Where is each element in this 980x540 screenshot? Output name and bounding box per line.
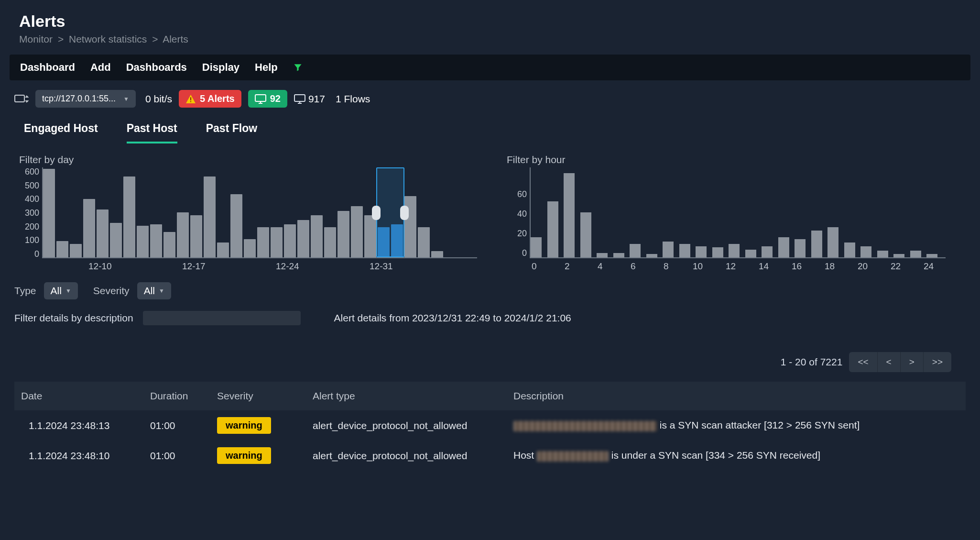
- chart-bar[interactable]: [844, 242, 855, 257]
- tab-past-flow[interactable]: Past Flow: [206, 122, 257, 143]
- chart-bar[interactable]: [877, 251, 888, 257]
- chart-bar[interactable]: [795, 239, 806, 257]
- menu-help[interactable]: Help: [255, 61, 278, 74]
- chart-bar[interactable]: [190, 215, 202, 257]
- table-row[interactable]: 1.1.2024 23:48:1301:00warningalert_devic…: [14, 410, 966, 441]
- filter-by-day-chart[interactable]: Filter by day 6005004003002001000 12-101…: [14, 154, 483, 272]
- page-last-button[interactable]: >>: [924, 352, 951, 372]
- chart-bar[interactable]: [696, 246, 707, 258]
- chart-bar[interactable]: [910, 251, 921, 257]
- total-hosts-badge[interactable]: 917: [294, 93, 325, 105]
- chart-bar[interactable]: [271, 227, 283, 257]
- chart-bar[interactable]: [646, 254, 657, 257]
- tab-past-host[interactable]: Past Host: [127, 122, 177, 143]
- chart-bar[interactable]: [860, 246, 871, 258]
- chart-bar[interactable]: [679, 244, 690, 257]
- active-hosts-badge[interactable]: 92: [248, 90, 287, 108]
- breadcrumb-sep: >: [152, 33, 158, 44]
- chart-bar[interactable]: [123, 176, 135, 257]
- pagination-range: 1 - 20 of 7221: [781, 356, 843, 368]
- severity-filter-value: All: [144, 285, 155, 297]
- chart-bar[interactable]: [244, 239, 256, 257]
- tab-engaged-host[interactable]: Engaged Host: [24, 122, 98, 143]
- warning-icon: [185, 94, 196, 104]
- chart-bar[interactable]: [257, 227, 269, 257]
- chart-bar[interactable]: [311, 215, 323, 257]
- chart-bar[interactable]: [137, 226, 149, 257]
- chart-bar[interactable]: [43, 169, 55, 257]
- page-prev-button[interactable]: <: [878, 352, 901, 372]
- chart-bar[interactable]: [97, 209, 109, 257]
- chart-bar[interactable]: [404, 196, 416, 257]
- connection-label: tcp://127.0.0.1:55...: [42, 94, 116, 104]
- chart-bar[interactable]: [338, 211, 349, 257]
- chart-bar[interactable]: [893, 254, 904, 257]
- chart-bar[interactable]: [564, 173, 575, 257]
- description-filter-input[interactable]: [143, 311, 301, 325]
- chart-bar[interactable]: [745, 250, 756, 257]
- severity-pill: warning: [217, 447, 271, 464]
- severity-filter-select[interactable]: All ▼: [137, 282, 171, 299]
- chart-bar[interactable]: [204, 176, 216, 257]
- menu-display[interactable]: Display: [202, 61, 240, 74]
- menu-add[interactable]: Add: [90, 61, 111, 74]
- chart-bar[interactable]: [926, 254, 937, 257]
- range-handle-right[interactable]: [400, 206, 409, 220]
- connection-selector[interactable]: tcp://127.0.0.1:55... ▼: [35, 90, 136, 108]
- chart-bar[interactable]: [729, 244, 740, 257]
- menu-dashboards[interactable]: Dashboards: [126, 61, 187, 74]
- filter-icon[interactable]: [293, 63, 303, 72]
- breadcrumb-item-alerts[interactable]: Alerts: [163, 33, 188, 44]
- chart-bar[interactable]: [110, 223, 122, 257]
- total-hosts-count: 917: [308, 93, 325, 105]
- chart-bar[interactable]: [828, 227, 838, 257]
- chart-bar[interactable]: [364, 215, 376, 257]
- filter-by-hour-chart[interactable]: Filter by hour 6040200 02468101214161820…: [502, 154, 951, 272]
- chart-bar[interactable]: [630, 244, 641, 257]
- cell-severity: warning: [210, 410, 306, 441]
- col-alert-type[interactable]: Alert type: [306, 382, 507, 410]
- chart-bar[interactable]: [150, 224, 162, 257]
- type-filter-select[interactable]: All ▼: [44, 282, 78, 299]
- cell-date: 1.1.2024 23:48:13: [14, 410, 143, 441]
- chart-bar[interactable]: [431, 251, 443, 257]
- chart-bar[interactable]: [177, 212, 189, 257]
- chart-bar[interactable]: [762, 246, 773, 258]
- chart-bar[interactable]: [56, 241, 68, 257]
- breadcrumb-item-network-statistics[interactable]: Network statistics: [69, 33, 147, 44]
- chart-bar[interactable]: [324, 227, 336, 257]
- chart-bar[interactable]: [217, 242, 229, 257]
- chart-bar[interactable]: [580, 212, 591, 257]
- chart-bar[interactable]: [613, 253, 624, 257]
- table-row[interactable]: 1.1.2024 23:48:1001:00warningalert_devic…: [14, 441, 966, 471]
- chart-bar[interactable]: [351, 206, 363, 257]
- chart-bar[interactable]: [418, 227, 430, 257]
- chart-bar[interactable]: [712, 247, 723, 257]
- chart-bar[interactable]: [663, 242, 674, 257]
- alerts-badge-label: 5 Alerts: [200, 93, 235, 104]
- breadcrumb-item-monitor[interactable]: Monitor: [19, 33, 53, 44]
- col-date[interactable]: Date: [14, 382, 143, 410]
- chart-bar[interactable]: [163, 232, 175, 257]
- chart-bar[interactable]: [778, 237, 789, 257]
- page-first-button[interactable]: <<: [849, 352, 877, 372]
- cell-alert-type: alert_device_protocol_not_allowed: [306, 441, 507, 471]
- flows-label[interactable]: 1 Flows: [336, 93, 370, 105]
- menu-dashboard[interactable]: Dashboard: [20, 61, 75, 74]
- chart-bar[interactable]: [284, 224, 296, 257]
- cell-description: Host is under a SYN scan [334 > 256 SYN …: [507, 441, 966, 471]
- alerts-badge[interactable]: 5 Alerts: [179, 90, 241, 108]
- chart-bar[interactable]: [83, 199, 95, 257]
- col-description[interactable]: Description: [507, 382, 966, 410]
- col-duration[interactable]: Duration: [143, 382, 210, 410]
- chart-bar[interactable]: [811, 231, 822, 257]
- chart-bar[interactable]: [297, 220, 309, 257]
- col-severity[interactable]: Severity: [210, 382, 306, 410]
- chart-bar[interactable]: [70, 244, 82, 257]
- chart-bar[interactable]: [547, 201, 558, 258]
- page-next-button[interactable]: >: [901, 352, 924, 372]
- chart-bar[interactable]: [597, 253, 608, 257]
- chart-bar[interactable]: [531, 237, 542, 257]
- range-handle-left[interactable]: [372, 206, 381, 220]
- chart-bar[interactable]: [230, 194, 242, 257]
